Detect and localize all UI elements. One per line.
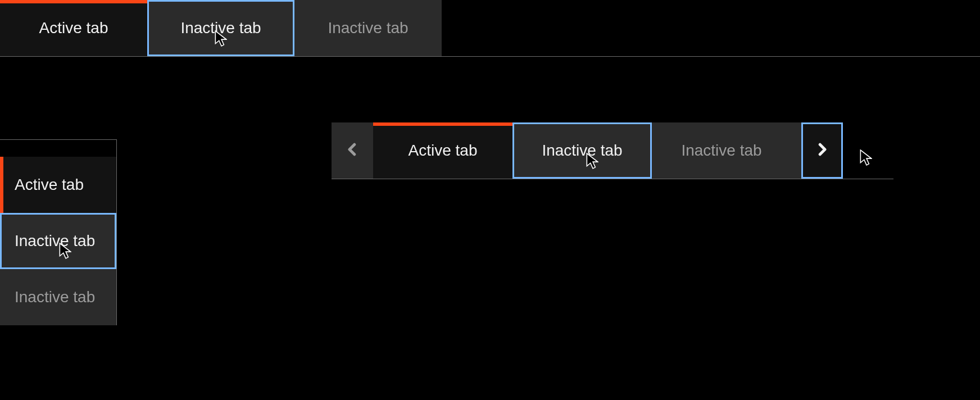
tab-label: Inactive tab [542,142,622,160]
tab-label: Active tab [39,19,108,37]
scrollable-tab-bar: Active tab Inactive tab Inactive tab [332,122,893,179]
horizontal-tab-bar: Active tab Inactive tab Inactive tab [0,0,980,57]
tab-active[interactable]: Active tab [0,0,147,56]
tab-label: Inactive tab [180,19,261,37]
tab-inactive[interactable]: Inactive tab [652,122,791,179]
tab-label: Inactive tab [15,288,95,306]
tab-label: Inactive tab [328,19,408,37]
chevron-left-icon [344,141,361,160]
tab-rail: Active tab Inactive tab Inactive tab [0,0,980,56]
tab-active[interactable]: Active tab [373,122,512,179]
tab-inactive[interactable]: Inactive tab [0,269,116,325]
tab-inactive-focused[interactable]: Inactive tab [147,0,294,56]
tab-active[interactable]: Active tab [0,157,116,213]
tab-rail: Active tab Inactive tab Inactive tab [332,122,893,179]
scroll-right-button[interactable] [801,122,843,179]
chevron-right-icon [814,141,831,160]
tab-overflow-gap [791,122,801,179]
tab-inactive-focused[interactable]: Inactive tab [0,213,116,269]
tab-inactive-focused[interactable]: Inactive tab [512,122,652,179]
tab-label: Inactive tab [15,232,95,250]
tab-inactive[interactable]: Inactive tab [294,0,442,56]
scroll-left-button[interactable] [332,122,373,179]
vertical-tab-bar: Active tab Inactive tab Inactive tab [0,139,117,325]
tab-label: Active tab [409,142,478,160]
tab-label: Inactive tab [681,142,761,160]
tab-label: Active tab [15,176,84,194]
